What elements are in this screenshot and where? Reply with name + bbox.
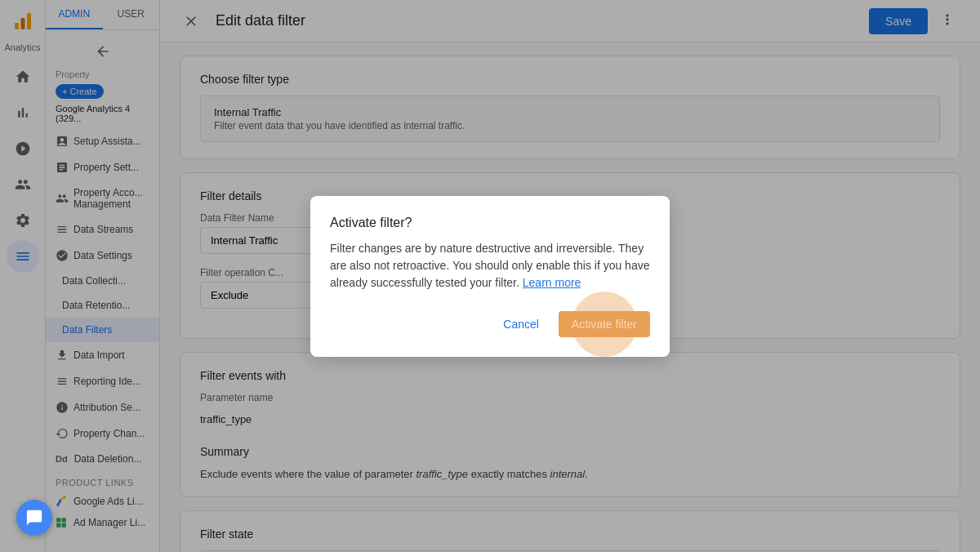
cancel-button[interactable]: Cancel (490, 311, 552, 337)
activate-button[interactable]: Activate filter (559, 311, 650, 337)
dialog-title: Activate filter? (330, 216, 650, 230)
activate-dialog: Activate filter? Filter changes are by n… (310, 196, 670, 357)
dialog-actions: Cancel Activate filter (330, 311, 650, 337)
learn-more-link[interactable]: Learn more (523, 276, 581, 289)
dialog-overlay[interactable]: Activate filter? Filter changes are by n… (0, 0, 980, 552)
chat-bubble[interactable] (16, 500, 52, 536)
app-container: Analytics ADMIN USER Prope (0, 0, 980, 552)
dialog-body: Filter changes are by nature destructive… (330, 240, 650, 292)
dialog-body-text: Filter changes are by nature destructive… (330, 242, 649, 289)
chat-bubble-container (16, 500, 52, 536)
